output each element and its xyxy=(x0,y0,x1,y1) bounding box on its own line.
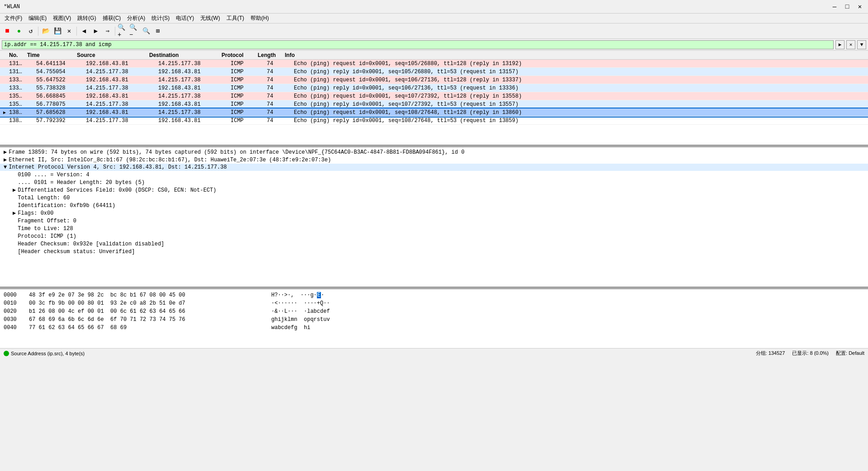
hex-byte[interactable]: 6d xyxy=(88,316,94,323)
zoom-in-button[interactable]: 🔍+ xyxy=(117,26,128,37)
table-row[interactable]: ▶ 138… 57.685628 192.168.43.81 14.215.17… xyxy=(0,108,868,117)
table-row[interactable]: 135… 56.668845 192.168.43.81 14.215.177.… xyxy=(0,92,868,100)
hex-byte[interactable]: 67 xyxy=(29,316,35,323)
filter-input[interactable]: ip.addr == 14.215.177.38 and icmp xyxy=(2,40,834,49)
hex-byte[interactable]: 00 xyxy=(88,308,94,315)
table-row[interactable]: 131… 54.641134 192.168.43.81 14.215.177.… xyxy=(0,60,868,68)
zoom-reset-button[interactable]: 🔍 xyxy=(141,26,151,37)
detail-row[interactable]: ▶Header Checksum: 0x932e [validation dis… xyxy=(0,240,868,248)
hex-byte[interactable]: 67 xyxy=(97,325,104,331)
hex-byte[interactable]: 45 xyxy=(169,292,175,298)
hex-byte[interactable]: e9 xyxy=(48,292,55,298)
hex-byte[interactable]: 61 xyxy=(130,308,136,315)
goto-button[interactable]: ⇒ xyxy=(102,26,113,37)
hex-byte[interactable]: 69 xyxy=(120,325,127,331)
hex-byte[interactable]: 01 xyxy=(97,308,104,315)
menu-item-捕获C[interactable]: 捕获(C) xyxy=(100,14,124,23)
hex-byte[interactable]: 67 xyxy=(140,292,146,298)
hex-byte[interactable]: 68 xyxy=(39,316,45,323)
hex-byte[interactable]: 0e xyxy=(169,300,175,306)
menu-item-跳转G[interactable]: 跳转(G) xyxy=(75,14,99,23)
hex-byte[interactable]: 72 xyxy=(140,316,146,323)
menu-item-帮助H[interactable]: 帮助(H) xyxy=(248,14,272,23)
filter-apply-button[interactable]: ▶ xyxy=(835,40,844,49)
detail-row[interactable]: ▶Flags: 0x00 xyxy=(0,209,868,217)
hex-byte[interactable]: c0 xyxy=(130,300,136,306)
hex-byte[interactable]: 69 xyxy=(48,316,55,323)
hex-byte[interactable]: 2e xyxy=(120,300,127,306)
detail-row[interactable]: ▶0100 .... = Version: 4 xyxy=(0,171,868,179)
hex-byte[interactable]: 73 xyxy=(150,316,156,323)
hex-byte[interactable]: 08 xyxy=(150,292,156,298)
minimize-button[interactable]: — xyxy=(830,2,839,11)
hex-byte[interactable]: 2e xyxy=(58,292,65,298)
hex-byte[interactable]: 76 xyxy=(179,316,185,323)
hex-byte[interactable]: 26 xyxy=(39,308,45,315)
open-button[interactable]: 📂 xyxy=(40,26,51,37)
hex-byte[interactable]: fb xyxy=(48,300,55,306)
hex-byte[interactable]: 71 xyxy=(130,316,136,323)
hex-byte[interactable]: 00 xyxy=(78,300,84,306)
detail-row[interactable]: ▶Time to Live: 128 xyxy=(0,225,868,232)
hex-byte[interactable]: 00 xyxy=(179,292,185,298)
hex-byte[interactable]: 48 xyxy=(29,292,35,298)
detail-row[interactable]: ▶Ethernet II, Src: IntelCor_8c:b1:67 (98… xyxy=(0,156,868,164)
hex-byte[interactable]: 61 xyxy=(39,325,45,331)
hex-byte[interactable]: 2b xyxy=(150,300,156,306)
menu-item-视图V[interactable]: 视图(V) xyxy=(50,14,74,23)
forward-button[interactable]: ▶ xyxy=(90,26,101,37)
hex-byte[interactable]: 2c xyxy=(97,292,104,298)
table-row[interactable]: 131… 54.755054 14.215.177.38 192.168.43.… xyxy=(0,68,868,76)
stop-button[interactable]: ■ xyxy=(2,26,13,37)
hex-byte[interactable]: 4c xyxy=(68,308,74,315)
hex-byte[interactable]: 98 xyxy=(88,292,94,298)
hex-byte[interactable]: 65 xyxy=(169,308,175,315)
detail-row[interactable]: ▶Total Length: 60 xyxy=(0,194,868,202)
hex-byte[interactable]: 01 xyxy=(97,300,104,306)
start-button[interactable]: ● xyxy=(14,26,24,37)
hex-byte[interactable]: 64 xyxy=(68,325,74,331)
hex-byte[interactable]: 9b xyxy=(58,300,65,306)
table-row[interactable]: 133… 55.738328 14.215.177.38 192.168.43.… xyxy=(0,84,868,92)
hex-byte[interactable]: d7 xyxy=(179,300,185,306)
save-button[interactable]: 💾 xyxy=(52,26,63,37)
restart-button[interactable]: ↺ xyxy=(25,26,36,37)
table-row[interactable]: 135… 56.778075 14.215.177.38 192.168.43.… xyxy=(0,100,868,108)
menu-item-工具T[interactable]: 工具(T) xyxy=(224,14,247,23)
hex-byte[interactable]: a8 xyxy=(140,300,146,306)
hex-byte[interactable]: 68 xyxy=(110,325,117,331)
menu-item-文件F[interactable]: 文件(F) xyxy=(2,14,25,23)
hex-byte[interactable]: 66 xyxy=(88,325,94,331)
menu-item-无线W[interactable]: 无线(W) xyxy=(198,14,222,23)
hex-byte[interactable]: bc xyxy=(110,292,117,298)
detail-row[interactable]: ▶Frame 13859: 74 bytes on wire (592 bits… xyxy=(0,148,868,156)
hex-byte[interactable]: b1 xyxy=(130,292,136,298)
table-row[interactable]: 138… 57.792392 14.215.177.38 192.168.43.… xyxy=(0,117,868,125)
hex-byte[interactable]: 75 xyxy=(169,316,175,323)
hex-byte[interactable]: 3c xyxy=(39,300,45,306)
filter-expand-button[interactable]: ▼ xyxy=(857,40,866,49)
hex-byte[interactable]: 3f xyxy=(39,292,45,298)
hex-byte[interactable]: b1 xyxy=(29,308,35,315)
hex-byte[interactable]: 6e xyxy=(97,316,104,323)
hex-byte[interactable]: 62 xyxy=(48,325,55,331)
hex-byte[interactable]: 00 xyxy=(110,308,117,315)
hex-byte[interactable]: 00 xyxy=(68,300,74,306)
packet-detail[interactable]: ▶Frame 13859: 74 bytes on wire (592 bits… xyxy=(0,147,868,287)
hex-byte[interactable]: 6f xyxy=(110,316,117,323)
hex-byte[interactable]: 00 xyxy=(29,300,35,306)
detail-row[interactable]: ▶Differentiated Services Field: 0x00 (DS… xyxy=(0,186,868,194)
back-button[interactable]: ◀ xyxy=(79,26,90,37)
hex-byte[interactable]: 63 xyxy=(150,308,156,315)
hex-byte[interactable]: 6a xyxy=(58,316,65,323)
detail-row[interactable]: ▶[Header checksum status: Unverified] xyxy=(0,248,868,255)
hex-byte[interactable]: 66 xyxy=(179,308,185,315)
hex-byte[interactable]: 70 xyxy=(120,316,127,323)
detail-row[interactable]: ▶Fragment Offset: 0 xyxy=(0,217,868,225)
detail-row[interactable]: ▼Internet Protocol Version 4, Src: 192.1… xyxy=(0,164,868,171)
menu-item-电话Y[interactable]: 电话(Y) xyxy=(173,14,197,23)
hex-byte[interactable]: 51 xyxy=(159,300,165,306)
menu-item-编辑E[interactable]: 编辑(E) xyxy=(26,14,49,23)
hex-byte[interactable]: 6c xyxy=(78,316,84,323)
hex-byte[interactable]: 00 xyxy=(58,308,65,315)
